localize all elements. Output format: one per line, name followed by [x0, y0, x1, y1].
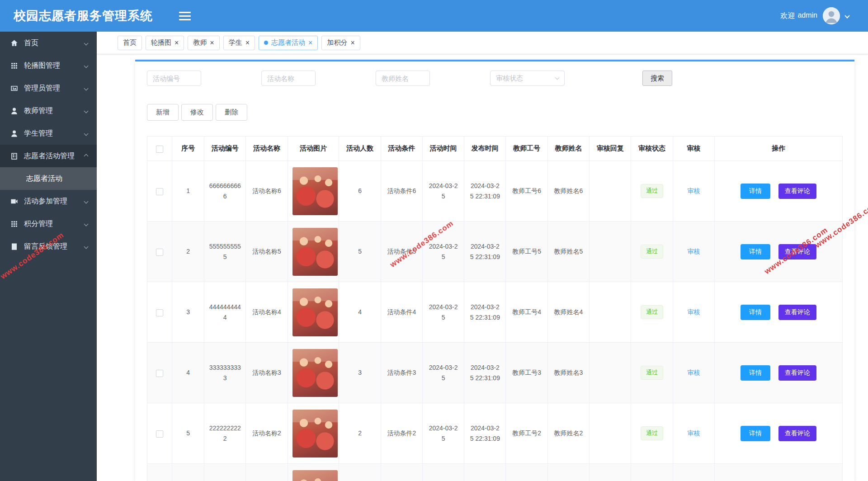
table-row: 5 2222222222 活动名称2 2 活动条件2 2024-03-25 20…	[147, 403, 843, 464]
activity-name-input[interactable]	[261, 71, 316, 86]
tab-student[interactable]: 学生	[223, 36, 255, 50]
detail-button[interactable]: 详情	[741, 426, 770, 441]
cell-teacher-id: 教师工号2	[506, 403, 547, 464]
cell-teacher-name: 教师姓名3	[547, 343, 589, 403]
audit-link[interactable]: 审核	[687, 369, 700, 376]
user-icon	[10, 107, 19, 115]
sidebar-item-admin-mgmt[interactable]: 管理员管理	[0, 77, 97, 99]
view-comments-button[interactable]: 查看评论	[778, 365, 816, 381]
cell-activity-code: 2222222222	[204, 403, 246, 464]
row-checkbox[interactable]	[156, 309, 163, 316]
cell-activity-code: 3333333333	[204, 343, 246, 403]
activity-photo[interactable]	[292, 470, 338, 481]
cell-teacher-id: 教师工号6	[506, 161, 547, 222]
audit-link[interactable]: 审核	[687, 429, 700, 437]
sidebar-item-label: 积分管理	[24, 219, 53, 229]
chevron-down-icon	[844, 13, 849, 18]
select-all-checkbox[interactable]	[156, 146, 163, 153]
close-icon[interactable]	[308, 39, 312, 47]
sidebar-item-label: 学生管理	[24, 129, 53, 138]
tab-teacher[interactable]: 教师	[188, 36, 219, 50]
cell-publish-time: 2024-03-25 22:31:09	[464, 161, 506, 222]
cell-activity-name: 活动名称3	[246, 343, 288, 403]
status-badge: 通过	[641, 426, 663, 440]
activity-photo[interactable]	[292, 410, 338, 457]
welcome-label: 欢迎	[780, 11, 795, 21]
search-form: 审核状态 搜索	[147, 71, 843, 86]
delete-button[interactable]: 删除	[216, 104, 247, 121]
activity-photo[interactable]	[292, 288, 338, 336]
cell-teacher-id: 教师工号5	[506, 222, 547, 282]
hamburger-menu-icon[interactable]	[179, 9, 191, 23]
table-row: 1 6666666666 活动名称6 6 活动条件6 2024-03-25 20…	[147, 161, 843, 222]
cell-people-count: 3	[339, 343, 381, 403]
close-icon[interactable]	[350, 39, 354, 47]
search-button[interactable]: 搜索	[642, 71, 672, 86]
sidebar-item-student-mgmt[interactable]: 学生管理	[0, 122, 97, 145]
detail-button[interactable]: 详情	[741, 365, 770, 381]
audit-link[interactable]: 审核	[687, 187, 700, 194]
activity-photo[interactable]	[292, 167, 338, 215]
add-button[interactable]: 新增	[147, 104, 179, 121]
detail-button[interactable]: 详情	[741, 184, 770, 199]
cell-teacher-name: 教师姓名5	[547, 222, 589, 282]
cell-teacher-id: 教师工号3	[506, 343, 547, 403]
tab-carousel[interactable]: 轮播图	[146, 36, 184, 50]
tab-label: 学生	[229, 38, 242, 47]
view-comments-button[interactable]: 查看评论	[778, 184, 816, 199]
view-comments-button[interactable]: 查看评论	[778, 305, 816, 320]
close-icon[interactable]	[245, 39, 250, 47]
header-audit: 审核	[673, 137, 714, 161]
cell-teacher-name	[547, 464, 589, 481]
cell-index: 4	[172, 343, 204, 403]
sidebar-item-teacher-mgmt[interactable]: 教师管理	[0, 99, 97, 122]
tab-volunteer-activity[interactable]: 志愿者活动	[259, 36, 318, 50]
detail-button[interactable]: 详情	[741, 244, 770, 259]
avatar[interactable]	[823, 7, 840, 24]
cell-activity-time: 2024-03-25	[422, 282, 464, 343]
tab-home[interactable]: 首页	[118, 36, 142, 50]
header-activity-time: 活动时间	[422, 137, 464, 161]
view-comments-button[interactable]: 查看评论	[778, 426, 816, 441]
sidebar-item-feedback-mgmt[interactable]: 留言反馈管理	[0, 235, 97, 258]
row-checkbox[interactable]	[156, 430, 163, 438]
tab-add-points[interactable]: 加积分	[321, 36, 360, 50]
close-icon[interactable]	[210, 39, 214, 47]
audit-link[interactable]: 审核	[687, 308, 700, 316]
edit-button[interactable]: 修改	[181, 104, 213, 121]
header-condition: 活动条件	[381, 137, 422, 161]
audit-link[interactable]: 审核	[687, 248, 700, 255]
sidebar-item-participation-mgmt[interactable]: 活动参加管理	[0, 190, 97, 212]
row-checkbox[interactable]	[156, 249, 163, 256]
sidebar-item-volunteer-activity-mgmt[interactable]: 志愿者活动管理	[0, 145, 97, 167]
sidebar-item-carousel-mgmt[interactable]: 轮播图管理	[0, 54, 97, 77]
teacher-name-input[interactable]	[376, 71, 430, 86]
chevron-down-icon	[84, 86, 89, 90]
status-badge: 通过	[641, 245, 663, 259]
cell-audit-reply	[590, 403, 631, 464]
view-comments-button[interactable]: 查看评论	[778, 244, 816, 259]
row-checkbox[interactable]	[156, 370, 163, 377]
cell-index	[172, 464, 204, 481]
sidebar-subitem-volunteer-activity[interactable]: 志愿者活动	[0, 167, 97, 190]
tab-label: 加积分	[327, 38, 347, 47]
sidebar-subitem-label: 志愿者活动	[26, 174, 62, 184]
sidebar-item-home[interactable]: 首页	[0, 32, 97, 54]
user-menu[interactable]: 欢迎 admin	[780, 7, 849, 24]
activity-photo[interactable]	[292, 228, 338, 276]
cell-publish-time	[464, 464, 506, 481]
activity-code-input[interactable]	[147, 71, 201, 86]
close-icon[interactable]	[175, 39, 179, 47]
row-checkbox[interactable]	[156, 188, 163, 195]
sidebar-item-label: 教师管理	[24, 106, 53, 116]
audit-status-select[interactable]: 审核状态	[490, 71, 565, 86]
cell-condition: 活动条件4	[381, 282, 422, 343]
activity-photo[interactable]	[292, 349, 338, 397]
cell-teacher-id: 教师工号4	[506, 282, 547, 343]
sidebar-item-points-mgmt[interactable]: 积分管理	[0, 212, 97, 235]
table-body: 1 6666666666 活动名称6 6 活动条件6 2024-03-25 20…	[147, 161, 843, 481]
chevron-down-icon	[84, 131, 89, 136]
detail-button[interactable]: 详情	[741, 305, 770, 320]
chevron-down-icon	[84, 41, 89, 45]
table-row: 审核 详情 查看评论	[147, 464, 843, 481]
